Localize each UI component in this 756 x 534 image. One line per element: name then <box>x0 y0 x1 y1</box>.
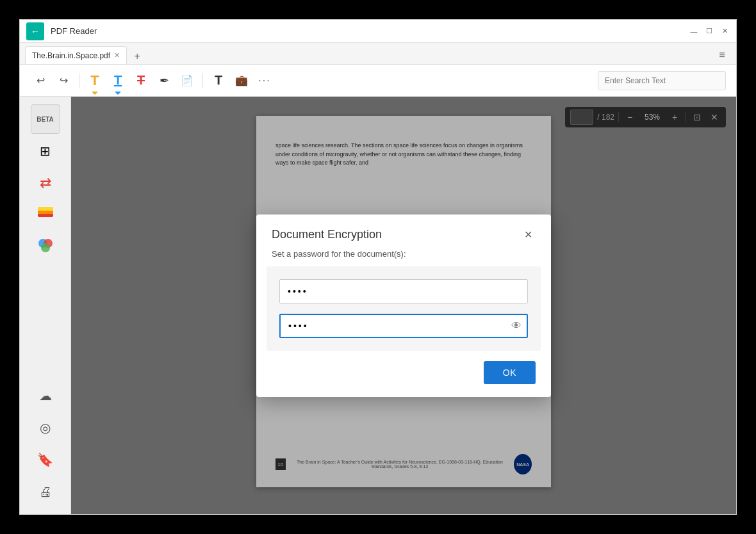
dialog-close-button[interactable]: ✕ <box>520 227 536 243</box>
briefcase-icon: 💼 <box>235 74 248 86</box>
left-sidebar: BETA ⊞ ⇄ <box>20 97 71 514</box>
print-icon: 🖨 <box>39 485 52 499</box>
document-button[interactable]: 📄 <box>177 70 197 91</box>
sidebar-item-print[interactable]: 🖨 <box>31 477 60 506</box>
sidebar-item-sync[interactable]: ⇄ <box>31 168 60 198</box>
toolbar: ↩ ↪ T T T ✒ 📄 T 💼 <box>20 65 736 97</box>
undo-button[interactable]: ↩ <box>30 70 51 91</box>
app-window: ← PDF Reader — ☐ ✕ The.Brain.in.Space.pd… <box>19 19 737 515</box>
sidebar-item-bookmark[interactable]: 🔖 <box>31 445 60 474</box>
insert-text-button[interactable]: T <box>208 70 229 91</box>
app-title: PDF Reader <box>51 26 689 36</box>
window-controls: — ☐ ✕ <box>689 26 730 36</box>
headset-icon: ◎ <box>40 420 51 435</box>
sidebar-item-stack[interactable] <box>31 200 60 230</box>
dialog-body: 👁 <box>267 266 541 351</box>
pdf-viewer-area: 10 / 182 − 53% + ⊡ ✕ space life sciences… <box>71 97 736 514</box>
ok-button[interactable]: OK <box>484 361 536 384</box>
password1-field-wrap <box>279 279 528 303</box>
sidebar-toggle-button[interactable]: ≡ <box>713 46 731 64</box>
highlight-text-button[interactable]: T <box>85 70 105 91</box>
strikethrough-text-button[interactable]: T <box>131 70 151 91</box>
svg-point-5 <box>41 243 50 252</box>
tab-label: The.Brain.in.Space.pdf <box>32 51 110 60</box>
redo-button[interactable]: ↪ <box>53 70 74 91</box>
sidebar-item-headset[interactable]: ◎ <box>31 413 60 442</box>
underline-arrow-icon <box>115 92 121 95</box>
sidebar-item-beta[interactable]: BETA <box>31 104 60 134</box>
document-icon: 📄 <box>181 74 193 86</box>
title-bar: ← PDF Reader — ☐ ✕ <box>20 20 736 43</box>
underline-text-button[interactable]: T <box>108 70 128 91</box>
stack-icon <box>37 204 54 226</box>
new-tab-button[interactable]: + <box>129 49 145 64</box>
briefcase-button[interactable]: 💼 <box>231 70 252 91</box>
maximize-button[interactable]: ☐ <box>704 26 714 36</box>
back-button[interactable]: ← <box>26 22 44 40</box>
cloud-icon: ☁ <box>39 388 52 403</box>
insert-text-icon: T <box>215 73 222 88</box>
toggle-password-visibility-button[interactable]: 👁 <box>511 320 522 332</box>
pen-icon: ✒ <box>160 74 169 88</box>
more-icon: ··· <box>258 75 270 86</box>
password2-input[interactable] <box>279 314 528 338</box>
password1-input[interactable] <box>279 279 528 303</box>
main-content: BETA ⊞ ⇄ <box>20 97 736 514</box>
bookmark-icon: 🔖 <box>37 452 53 467</box>
underline-icon: T <box>114 73 122 88</box>
dialog-title: Document Encryption <box>272 228 382 241</box>
strikethrough-icon: T <box>137 73 145 88</box>
document-encryption-dialog: Document Encryption ✕ Set a password for… <box>256 214 551 397</box>
tab-bar: The.Brain.in.Space.pdf ✕ + ≡ <box>20 43 736 65</box>
sidebar-item-cloud[interactable]: ☁ <box>31 381 60 410</box>
dialog-footer: OK <box>256 361 551 397</box>
pen-button[interactable]: ✒ <box>154 70 174 91</box>
tab-close-button[interactable]: ✕ <box>114 51 120 60</box>
minimize-button[interactable]: — <box>689 26 699 36</box>
active-tab[interactable]: The.Brain.in.Space.pdf ✕ <box>25 46 127 64</box>
color-icon <box>37 237 54 258</box>
password2-field-wrap: 👁 <box>279 314 528 338</box>
more-button[interactable]: ··· <box>254 70 275 91</box>
svg-rect-2 <box>38 207 53 211</box>
sidebar-item-grid[interactable]: ⊞ <box>31 136 60 166</box>
dialog-subtitle: Set a password for the document(s): <box>256 249 551 266</box>
toolbar-separator-1 <box>79 73 79 88</box>
sidebar-item-color[interactable] <box>31 232 60 262</box>
search-input[interactable] <box>598 71 726 90</box>
modal-overlay: Document Encryption ✕ Set a password for… <box>71 97 736 514</box>
sync-icon: ⇄ <box>40 175 51 191</box>
highlight-icon: T <box>90 72 99 89</box>
highlight-arrow-icon <box>92 92 98 95</box>
close-button[interactable]: ✕ <box>719 26 730 36</box>
dialog-header: Document Encryption ✕ <box>256 214 551 249</box>
toolbar-separator-2 <box>202 73 203 88</box>
grid-icon: ⊞ <box>40 143 51 159</box>
